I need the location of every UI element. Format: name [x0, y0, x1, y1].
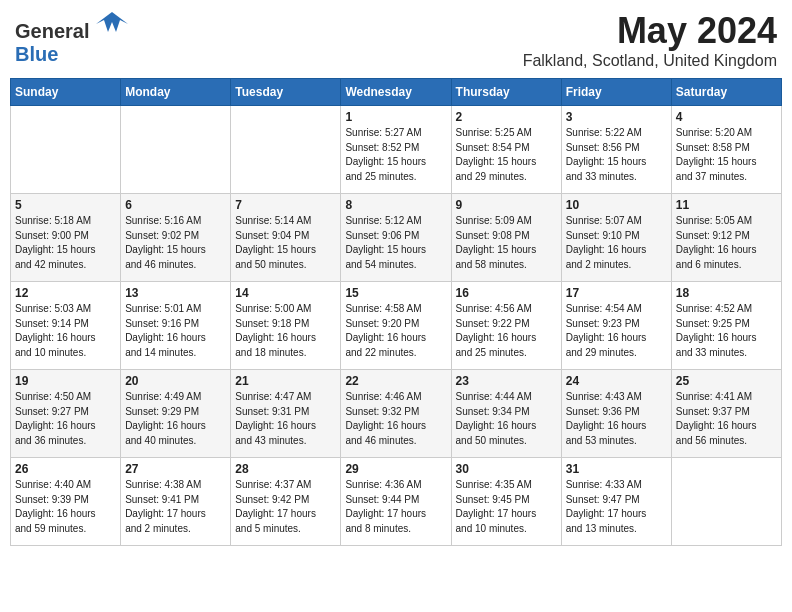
calendar-cell: 3Sunrise: 5:22 AMSunset: 8:56 PMDaylight… — [561, 106, 671, 194]
day-number: 30 — [456, 462, 557, 476]
calendar-cell: 11Sunrise: 5:05 AMSunset: 9:12 PMDayligh… — [671, 194, 781, 282]
calendar-cell: 27Sunrise: 4:38 AMSunset: 9:41 PMDayligh… — [121, 458, 231, 546]
day-info: Sunrise: 5:16 AMSunset: 9:02 PMDaylight:… — [125, 214, 226, 272]
day-number: 23 — [456, 374, 557, 388]
week-row-5: 26Sunrise: 4:40 AMSunset: 9:39 PMDayligh… — [11, 458, 782, 546]
day-info: Sunrise: 5:07 AMSunset: 9:10 PMDaylight:… — [566, 214, 667, 272]
day-number: 28 — [235, 462, 336, 476]
week-row-3: 12Sunrise: 5:03 AMSunset: 9:14 PMDayligh… — [11, 282, 782, 370]
calendar-cell: 22Sunrise: 4:46 AMSunset: 9:32 PMDayligh… — [341, 370, 451, 458]
day-info: Sunrise: 4:41 AMSunset: 9:37 PMDaylight:… — [676, 390, 777, 448]
col-header-thursday: Thursday — [451, 79, 561, 106]
day-number: 24 — [566, 374, 667, 388]
day-number: 2 — [456, 110, 557, 124]
day-number: 21 — [235, 374, 336, 388]
calendar-cell: 25Sunrise: 4:41 AMSunset: 9:37 PMDayligh… — [671, 370, 781, 458]
calendar-cell: 7Sunrise: 5:14 AMSunset: 9:04 PMDaylight… — [231, 194, 341, 282]
day-number: 31 — [566, 462, 667, 476]
logo-blue-text: Blue — [15, 43, 58, 65]
header-row: SundayMondayTuesdayWednesdayThursdayFrid… — [11, 79, 782, 106]
day-info: Sunrise: 5:03 AMSunset: 9:14 PMDaylight:… — [15, 302, 116, 360]
day-info: Sunrise: 4:33 AMSunset: 9:47 PMDaylight:… — [566, 478, 667, 536]
day-info: Sunrise: 4:38 AMSunset: 9:41 PMDaylight:… — [125, 478, 226, 536]
calendar-cell: 17Sunrise: 4:54 AMSunset: 9:23 PMDayligh… — [561, 282, 671, 370]
day-number: 16 — [456, 286, 557, 300]
day-info: Sunrise: 4:40 AMSunset: 9:39 PMDaylight:… — [15, 478, 116, 536]
calendar-cell: 21Sunrise: 4:47 AMSunset: 9:31 PMDayligh… — [231, 370, 341, 458]
week-row-4: 19Sunrise: 4:50 AMSunset: 9:27 PMDayligh… — [11, 370, 782, 458]
logo-general-text: General — [15, 20, 89, 42]
calendar-cell: 16Sunrise: 4:56 AMSunset: 9:22 PMDayligh… — [451, 282, 561, 370]
calendar-cell: 30Sunrise: 4:35 AMSunset: 9:45 PMDayligh… — [451, 458, 561, 546]
location: Falkland, Scotland, United Kingdom — [523, 52, 777, 70]
day-number: 5 — [15, 198, 116, 212]
day-info: Sunrise: 4:58 AMSunset: 9:20 PMDaylight:… — [345, 302, 446, 360]
day-info: Sunrise: 5:00 AMSunset: 9:18 PMDaylight:… — [235, 302, 336, 360]
month-year: May 2024 — [523, 10, 777, 52]
day-number: 25 — [676, 374, 777, 388]
week-row-1: 1Sunrise: 5:27 AMSunset: 8:52 PMDaylight… — [11, 106, 782, 194]
logo: General Blue — [15, 10, 128, 66]
day-info: Sunrise: 4:56 AMSunset: 9:22 PMDaylight:… — [456, 302, 557, 360]
day-number: 27 — [125, 462, 226, 476]
day-info: Sunrise: 4:43 AMSunset: 9:36 PMDaylight:… — [566, 390, 667, 448]
calendar-cell: 9Sunrise: 5:09 AMSunset: 9:08 PMDaylight… — [451, 194, 561, 282]
day-info: Sunrise: 5:20 AMSunset: 8:58 PMDaylight:… — [676, 126, 777, 184]
day-number: 15 — [345, 286, 446, 300]
day-info: Sunrise: 4:47 AMSunset: 9:31 PMDaylight:… — [235, 390, 336, 448]
calendar-cell: 23Sunrise: 4:44 AMSunset: 9:34 PMDayligh… — [451, 370, 561, 458]
svg-marker-0 — [96, 12, 128, 32]
calendar-cell: 26Sunrise: 4:40 AMSunset: 9:39 PMDayligh… — [11, 458, 121, 546]
calendar-cell — [231, 106, 341, 194]
col-header-saturday: Saturday — [671, 79, 781, 106]
day-info: Sunrise: 4:54 AMSunset: 9:23 PMDaylight:… — [566, 302, 667, 360]
calendar-cell — [671, 458, 781, 546]
week-row-2: 5Sunrise: 5:18 AMSunset: 9:00 PMDaylight… — [11, 194, 782, 282]
day-number: 9 — [456, 198, 557, 212]
calendar-cell: 10Sunrise: 5:07 AMSunset: 9:10 PMDayligh… — [561, 194, 671, 282]
day-number: 19 — [15, 374, 116, 388]
logo-bird-icon — [96, 10, 128, 38]
calendar-cell: 19Sunrise: 4:50 AMSunset: 9:27 PMDayligh… — [11, 370, 121, 458]
calendar-cell: 14Sunrise: 5:00 AMSunset: 9:18 PMDayligh… — [231, 282, 341, 370]
day-number: 14 — [235, 286, 336, 300]
day-number: 11 — [676, 198, 777, 212]
calendar-cell — [11, 106, 121, 194]
calendar-cell — [121, 106, 231, 194]
calendar-cell: 13Sunrise: 5:01 AMSunset: 9:16 PMDayligh… — [121, 282, 231, 370]
col-header-monday: Monday — [121, 79, 231, 106]
calendar-cell: 8Sunrise: 5:12 AMSunset: 9:06 PMDaylight… — [341, 194, 451, 282]
day-info: Sunrise: 4:52 AMSunset: 9:25 PMDaylight:… — [676, 302, 777, 360]
col-header-tuesday: Tuesday — [231, 79, 341, 106]
day-number: 29 — [345, 462, 446, 476]
day-info: Sunrise: 4:37 AMSunset: 9:42 PMDaylight:… — [235, 478, 336, 536]
day-info: Sunrise: 5:22 AMSunset: 8:56 PMDaylight:… — [566, 126, 667, 184]
day-info: Sunrise: 5:05 AMSunset: 9:12 PMDaylight:… — [676, 214, 777, 272]
day-number: 22 — [345, 374, 446, 388]
day-info: Sunrise: 4:46 AMSunset: 9:32 PMDaylight:… — [345, 390, 446, 448]
title-block: May 2024 Falkland, Scotland, United King… — [523, 10, 777, 70]
col-header-friday: Friday — [561, 79, 671, 106]
calendar-table: SundayMondayTuesdayWednesdayThursdayFrid… — [10, 78, 782, 546]
day-number: 26 — [15, 462, 116, 476]
calendar-cell: 31Sunrise: 4:33 AMSunset: 9:47 PMDayligh… — [561, 458, 671, 546]
day-info: Sunrise: 5:09 AMSunset: 9:08 PMDaylight:… — [456, 214, 557, 272]
calendar-cell: 1Sunrise: 5:27 AMSunset: 8:52 PMDaylight… — [341, 106, 451, 194]
day-number: 20 — [125, 374, 226, 388]
day-number: 6 — [125, 198, 226, 212]
calendar-cell: 24Sunrise: 4:43 AMSunset: 9:36 PMDayligh… — [561, 370, 671, 458]
day-info: Sunrise: 5:12 AMSunset: 9:06 PMDaylight:… — [345, 214, 446, 272]
day-info: Sunrise: 4:35 AMSunset: 9:45 PMDaylight:… — [456, 478, 557, 536]
day-info: Sunrise: 4:44 AMSunset: 9:34 PMDaylight:… — [456, 390, 557, 448]
calendar-cell: 4Sunrise: 5:20 AMSunset: 8:58 PMDaylight… — [671, 106, 781, 194]
day-info: Sunrise: 5:14 AMSunset: 9:04 PMDaylight:… — [235, 214, 336, 272]
day-info: Sunrise: 4:50 AMSunset: 9:27 PMDaylight:… — [15, 390, 116, 448]
day-info: Sunrise: 5:01 AMSunset: 9:16 PMDaylight:… — [125, 302, 226, 360]
calendar-cell: 18Sunrise: 4:52 AMSunset: 9:25 PMDayligh… — [671, 282, 781, 370]
day-number: 13 — [125, 286, 226, 300]
day-number: 3 — [566, 110, 667, 124]
col-header-wednesday: Wednesday — [341, 79, 451, 106]
calendar-cell: 2Sunrise: 5:25 AMSunset: 8:54 PMDaylight… — [451, 106, 561, 194]
day-number: 10 — [566, 198, 667, 212]
day-info: Sunrise: 5:25 AMSunset: 8:54 PMDaylight:… — [456, 126, 557, 184]
